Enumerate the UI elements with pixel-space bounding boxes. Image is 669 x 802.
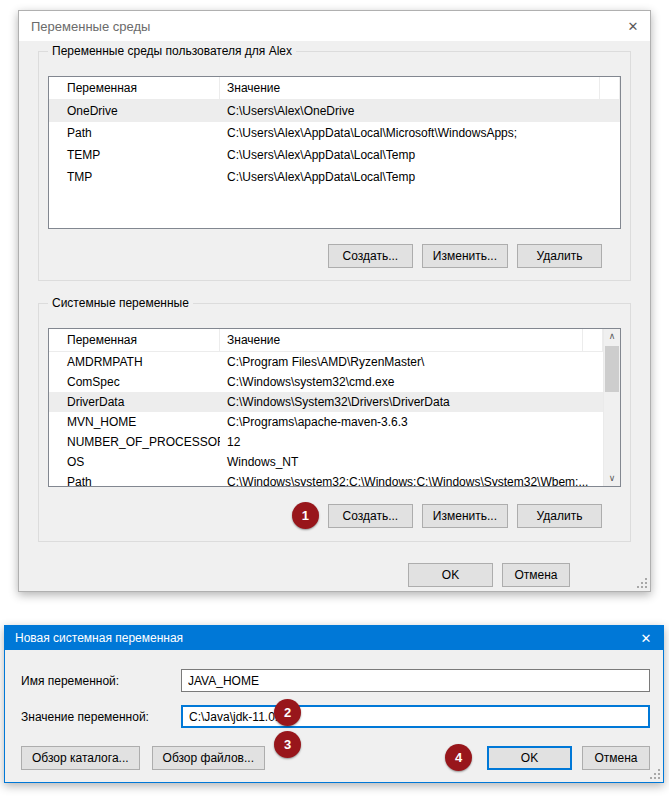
resize-grip[interactable] [649, 768, 661, 780]
vertical-scrollbar[interactable]: ∧ ∨ [603, 329, 620, 486]
user-edit-button[interactable]: Изменить... [422, 244, 508, 268]
cell-value: Windows_NT [220, 455, 603, 469]
column-header-name[interactable]: Переменная [49, 329, 220, 351]
resize-grip[interactable] [636, 577, 648, 589]
system-edit-button[interactable]: Изменить... [422, 504, 508, 528]
scrollbar-thumb[interactable] [605, 346, 619, 392]
cell-name: TEMP [49, 148, 220, 162]
browse-file-button[interactable]: Обзор файлов... [152, 746, 265, 770]
cell-value: C:\Windows\system32\cmd.exe [220, 375, 603, 389]
table-row[interactable]: DriverData C:\Windows\System32\Drivers\D… [49, 392, 603, 412]
cell-name: DriverData [49, 395, 220, 409]
cell-name: MVN_HOME [49, 415, 220, 429]
cell-name: OS [49, 455, 220, 469]
dialog-title: Новая системная переменная [5, 631, 629, 645]
user-variables-legend: Переменные среды пользователя для Alex [48, 44, 296, 58]
table-row[interactable]: OneDrive C:\Users\Alex\OneDrive [49, 100, 620, 122]
column-header-value[interactable]: Значение [220, 329, 583, 351]
titlebar[interactable]: Новая системная переменная ✕ [5, 626, 663, 650]
step-1-badge: 1 [292, 502, 319, 529]
system-variables-legend: Системные переменные [48, 296, 193, 310]
system-variables-group: Системные переменные Переменная Значение… [38, 303, 631, 542]
browse-directory-button[interactable]: Обзор каталога... [21, 746, 140, 770]
new-system-variable-dialog: Новая системная переменная ✕ 2 3 Имя пер… [4, 625, 664, 783]
column-header-spacer [583, 329, 603, 351]
cell-name: AMDRMPATH [49, 355, 220, 369]
variable-name-input[interactable] [181, 669, 650, 692]
table-row[interactable]: TEMP C:\Users\Alex\AppData\Local\Temp [49, 144, 620, 166]
cell-value: C:\Users\Alex\AppData\Local\Temp [220, 170, 620, 184]
variable-value-input[interactable] [181, 705, 650, 728]
table-row[interactable]: MVN_HOME C:\Programs\apache-maven-3.6.3 [49, 412, 603, 432]
cell-value: C:\Windows\system32;C:\Windows;C:\Window… [220, 475, 603, 487]
cell-value: C:\Windows\System32\Drivers\DriverData [220, 395, 603, 409]
table-header[interactable]: Переменная Значение [49, 77, 620, 100]
cell-value: 12 [220, 435, 603, 449]
close-icon[interactable]: ✕ [616, 19, 650, 34]
user-variables-table: Переменная Значение OneDrive C:\Users\Al… [48, 76, 621, 229]
system-delete-button[interactable]: Удалить [517, 504, 602, 528]
variable-name-label: Имя переменной: [21, 674, 181, 688]
cancel-button[interactable]: Отмена [582, 746, 650, 770]
cell-name: Path [49, 126, 220, 140]
cell-name: Path [49, 475, 220, 487]
scroll-up-icon[interactable]: ∧ [604, 329, 620, 344]
cell-name: OneDrive [49, 104, 220, 118]
variable-value-label: Значение переменной: [21, 710, 181, 724]
table-row[interactable]: OS Windows_NT [49, 452, 603, 472]
table-row[interactable]: Path C:\Users\Alex\AppData\Local\Microso… [49, 122, 620, 144]
ok-button[interactable]: OK [487, 746, 572, 770]
column-header-value[interactable]: Значение [220, 77, 600, 99]
cell-name: TMP [49, 170, 220, 184]
ok-button[interactable]: OK [408, 563, 493, 587]
titlebar[interactable]: Переменные среды ✕ [19, 11, 650, 41]
dialog-title: Переменные среды [19, 19, 616, 34]
cell-value: C:\Users\Alex\AppData\Local\Temp [220, 148, 620, 162]
table-row[interactable]: Path C:\Windows\system32;C:\Windows;C:\W… [49, 472, 603, 487]
user-delete-button[interactable]: Удалить [517, 244, 602, 268]
cell-name: NUMBER_OF_PROCESSORS [49, 435, 220, 449]
step-3-badge: 3 [274, 731, 301, 758]
table-row[interactable]: TMP C:\Users\Alex\AppData\Local\Temp [49, 166, 620, 188]
system-variables-table: Переменная Значение AMDRMPATH C:\Program… [48, 328, 621, 487]
cell-name: ComSpec [49, 375, 220, 389]
table-row[interactable]: AMDRMPATH C:\Program Files\AMD\RyzenMast… [49, 352, 603, 372]
step-4-badge: 4 [445, 744, 472, 771]
scroll-down-icon[interactable]: ∨ [604, 471, 620, 486]
close-icon[interactable]: ✕ [629, 631, 663, 646]
user-new-button[interactable]: Создать... [328, 244, 413, 268]
table-row[interactable]: ComSpec C:\Windows\system32\cmd.exe [49, 372, 603, 392]
table-row[interactable]: NUMBER_OF_PROCESSORS 12 [49, 432, 603, 452]
cell-value: C:\Program Files\AMD\RyzenMaster\ [220, 355, 603, 369]
environment-variables-dialog: Переменные среды ✕ Переменные среды поль… [18, 10, 651, 592]
cell-value: C:\Programs\apache-maven-3.6.3 [220, 415, 603, 429]
column-header-name[interactable]: Переменная [49, 77, 220, 99]
step-2-badge: 2 [274, 699, 301, 726]
table-header[interactable]: Переменная Значение [49, 329, 603, 352]
column-header-spacer [600, 77, 620, 99]
system-new-button[interactable]: Создать... [328, 504, 413, 528]
user-variables-group: Переменные среды пользователя для Alex П… [38, 51, 631, 281]
cell-value: C:\Users\Alex\AppData\Local\Microsoft\Wi… [220, 126, 620, 140]
cell-value: C:\Users\Alex\OneDrive [220, 104, 620, 118]
cancel-button[interactable]: Отмена [502, 563, 570, 587]
